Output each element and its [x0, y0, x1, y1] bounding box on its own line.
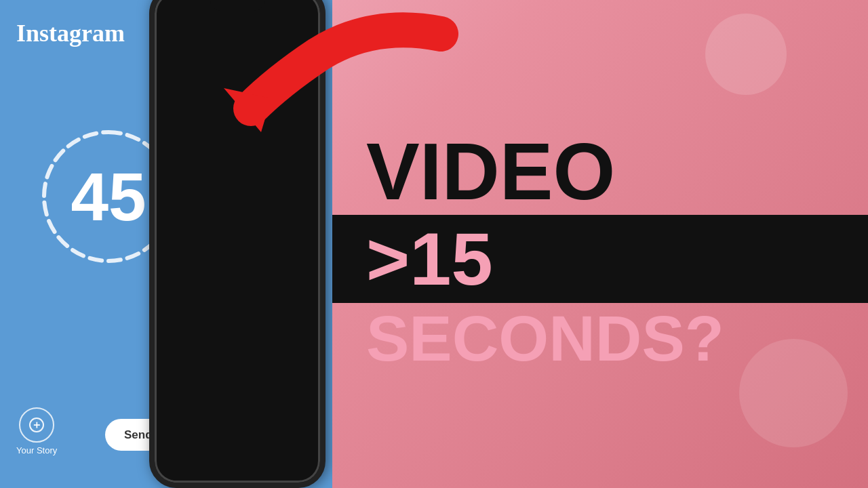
your-story-label: Your Story	[16, 445, 57, 455]
gt15-text: >15	[366, 217, 493, 300]
red-arrow-container	[183, 0, 468, 152]
seconds-text: SECONDS?	[332, 303, 868, 371]
timer-number: 45	[71, 163, 146, 230]
instagram-logo: Instagram	[16, 19, 125, 47]
your-story-button[interactable]: ＋ Your Story	[16, 407, 57, 455]
black-bar: >15	[332, 215, 868, 303]
your-story-icon: ＋	[19, 407, 54, 443]
red-arrow-svg	[183, 0, 468, 149]
plus-circle-icon: ＋	[29, 418, 44, 432]
